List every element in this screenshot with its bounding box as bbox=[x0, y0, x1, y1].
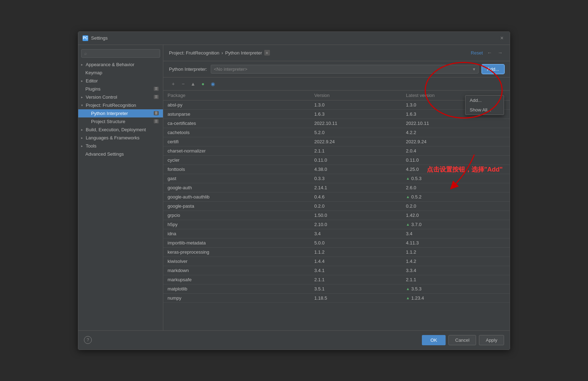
sidebar-item-label: Tools bbox=[86, 143, 96, 149]
table-row[interactable]: gast0.3.3▲ 0.5.3 bbox=[163, 174, 510, 183]
package-name: google-auth bbox=[163, 183, 310, 192]
sidebar-item-version-control[interactable]: ▸ Version Control ☰ bbox=[78, 93, 163, 101]
table-row[interactable]: idna3.43.4 bbox=[163, 229, 510, 238]
sidebar-item-appearance[interactable]: ▸ Appearance & Behavior bbox=[78, 60, 163, 69]
close-button[interactable]: × bbox=[498, 35, 505, 42]
badge-icon: ☰ bbox=[154, 119, 159, 123]
package-version: 3.5.1 bbox=[310, 284, 402, 293]
package-latest: 4.11.3 bbox=[402, 238, 510, 247]
arrow-icon: ▸ bbox=[81, 136, 83, 140]
table-row[interactable]: fonttools4.38.04.25.0 bbox=[163, 164, 510, 174]
popup-item-show-all[interactable]: Show All... bbox=[465, 105, 504, 115]
table-row[interactable]: h5py2.10.0▲ 3.7.0 bbox=[163, 220, 510, 229]
sidebar-item-editor[interactable]: ▸ Editor bbox=[78, 77, 163, 85]
package-version: 2.14.1 bbox=[310, 183, 402, 192]
up-package-button[interactable]: ▲ bbox=[189, 80, 197, 88]
sidebar-item-label: Editor bbox=[86, 78, 98, 83]
package-name: keras-preprocessing bbox=[163, 247, 310, 256]
table-row[interactable]: cycler0.11.00.11.0 bbox=[163, 155, 510, 164]
package-name: charset-normalizer bbox=[163, 146, 310, 155]
package-latest: 0.2.0 bbox=[402, 201, 510, 210]
table-row[interactable]: google-pasta0.2.00.2.0 bbox=[163, 201, 510, 210]
sidebar-item-advanced[interactable]: Advanced Settings bbox=[78, 150, 163, 158]
main-header: Project: FruitRecognition › Python Inter… bbox=[163, 45, 510, 61]
sidebar-item-tools[interactable]: ▸ Tools bbox=[78, 142, 163, 150]
table-row[interactable]: certifi2022.9.242022.9.24 bbox=[163, 137, 510, 146]
help-button[interactable]: ? bbox=[84, 336, 92, 344]
package-version: 1.3.0 bbox=[310, 100, 402, 109]
sidebar-item-keymap[interactable]: Keymap bbox=[78, 69, 163, 77]
back-button[interactable]: ← bbox=[486, 49, 493, 57]
package-latest: 2.6.0 bbox=[402, 183, 510, 192]
package-latest: 1.42.0 bbox=[402, 210, 510, 220]
package-version: 4.38.0 bbox=[310, 164, 402, 174]
sidebar-item-plugins[interactable]: Plugins ☰ bbox=[78, 85, 163, 93]
arrow-icon: ▾ bbox=[81, 103, 83, 107]
main-content-wrapper: 点击设置按钮，选择"Add" Project: FruitRecogniti bbox=[163, 45, 510, 330]
header-actions: Reset ← → bbox=[471, 49, 504, 57]
cancel-button[interactable]: Cancel bbox=[448, 335, 476, 345]
green-circle-button[interactable]: ● bbox=[199, 80, 207, 88]
sidebar-item-project-structure[interactable]: Project Structure ☰ bbox=[78, 117, 163, 126]
table-row[interactable]: google-auth2.14.12.6.0 bbox=[163, 183, 510, 192]
forward-button[interactable]: → bbox=[496, 49, 504, 57]
sidebar-item-languages[interactable]: ▸ Languages & Frameworks bbox=[78, 134, 163, 142]
settings-dialog: PC Settings × ▸ Appearance & Behavior Ke… bbox=[78, 31, 510, 350]
remove-package-button[interactable]: − bbox=[179, 80, 187, 88]
table-row[interactable]: importlib-metadata5.0.04.11.3 bbox=[163, 238, 510, 247]
table-row[interactable]: matplotlib3.5.1▲ 3.5.3 bbox=[163, 284, 510, 293]
badge-icon: ☰ bbox=[154, 87, 159, 91]
table-row[interactable]: markdown3.4.13.3.4 bbox=[163, 266, 510, 275]
package-latest: 3.3.4 bbox=[402, 266, 510, 275]
table-header-row: Package Version Latest version bbox=[163, 91, 510, 100]
dialog-footer: ? OK Cancel Apply bbox=[78, 330, 510, 350]
package-version: 1.50.0 bbox=[310, 210, 402, 220]
app-icon: PC bbox=[83, 35, 88, 41]
search-input[interactable] bbox=[81, 49, 160, 58]
ok-button[interactable]: OK bbox=[422, 335, 446, 345]
package-name: cycler bbox=[163, 155, 310, 164]
eye-button[interactable]: ◉ bbox=[209, 80, 217, 88]
sidebar-item-python-interpreter[interactable]: Python Interpreter ☰ bbox=[78, 109, 163, 117]
badge-icon: ☰ bbox=[154, 111, 159, 115]
badge-icon: ☰ bbox=[154, 95, 159, 99]
footer-left: ? bbox=[84, 336, 92, 344]
table-row[interactable]: markupsafe2.1.12.1.1 bbox=[163, 275, 510, 284]
table-row[interactable]: kiwisolver1.4.41.4.2 bbox=[163, 256, 510, 266]
interpreter-select[interactable]: <No interpreter> ▾ bbox=[211, 65, 479, 74]
package-toolbar: + − ▲ ● ◉ bbox=[163, 77, 510, 91]
upgrade-arrow-icon: ▲ bbox=[406, 296, 410, 300]
reset-link[interactable]: Reset bbox=[471, 50, 483, 56]
table-row[interactable]: ca-certificates2022.10.112022.10.11 bbox=[163, 119, 510, 128]
package-version: 2.10.0 bbox=[310, 220, 402, 229]
apply-button[interactable]: Apply bbox=[479, 335, 504, 345]
table-row[interactable]: numpy1.18.5▲ 1.23.4 bbox=[163, 293, 510, 302]
package-version: 2022.10.11 bbox=[310, 119, 402, 128]
table-row[interactable]: google-auth-oauthlib0.4.6▲ 0.5.2 bbox=[163, 192, 510, 201]
package-name: absl-py bbox=[163, 100, 310, 109]
table-row[interactable]: keras-preprocessing1.1.21.1.2 bbox=[163, 247, 510, 256]
col-package: Package bbox=[163, 91, 310, 100]
package-name: kiwisolver bbox=[163, 256, 310, 266]
package-version: 0.2.0 bbox=[310, 201, 402, 210]
table-row[interactable]: grpcio1.50.01.42.0 bbox=[163, 210, 510, 220]
package-version: 2.1.1 bbox=[310, 146, 402, 155]
package-version: 3.4.1 bbox=[310, 266, 402, 275]
package-latest: ▲ 0.5.2 bbox=[402, 192, 510, 201]
add-interpreter-button[interactable]: Add... bbox=[482, 65, 504, 74]
package-version: 0.11.0 bbox=[310, 155, 402, 164]
package-name: grpcio bbox=[163, 210, 310, 220]
sidebar-item-build[interactable]: ▸ Build, Execution, Deployment bbox=[78, 126, 163, 134]
popup-item-add[interactable]: Add... bbox=[465, 96, 504, 105]
package-name: markdown bbox=[163, 266, 310, 275]
table-row[interactable]: cachetools5.2.04.2.2 bbox=[163, 128, 510, 137]
table-row[interactable]: charset-normalizer2.1.12.0.4 bbox=[163, 146, 510, 155]
sidebar-item-project[interactable]: ▾ Project: FruitRecognition bbox=[78, 101, 163, 109]
arrow-icon: ▸ bbox=[81, 79, 83, 83]
package-latest: 2022.9.24 bbox=[402, 137, 510, 146]
breadcrumb-menu-icon[interactable]: ≡ bbox=[264, 50, 270, 56]
package-name: numpy bbox=[163, 293, 310, 302]
table-row[interactable]: absl-py1.3.01.3.0 bbox=[163, 100, 510, 109]
table-row[interactable]: astunparse1.6.31.6.3 bbox=[163, 109, 510, 119]
add-package-button[interactable]: + bbox=[169, 80, 177, 88]
